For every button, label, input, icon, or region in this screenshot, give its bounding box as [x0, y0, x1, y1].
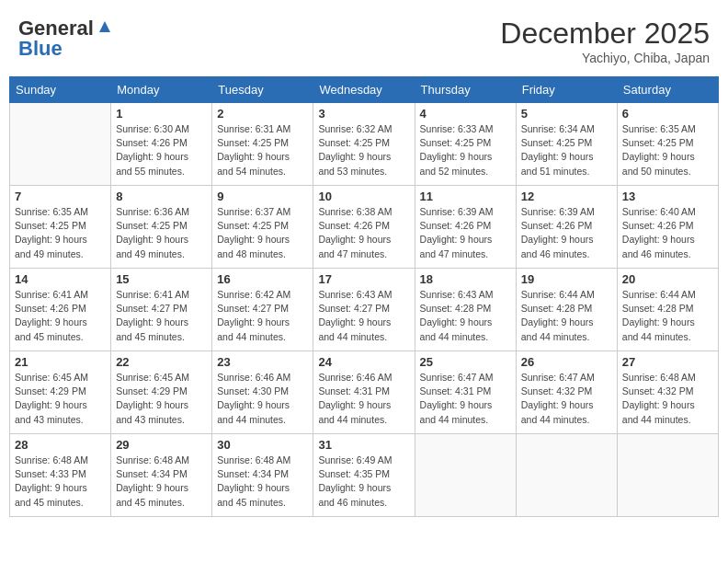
day-info: Sunrise: 6:40 AMSunset: 4:26 PMDaylight:…	[622, 205, 713, 261]
calendar-cell: 2Sunrise: 6:31 AMSunset: 4:25 PMDaylight…	[212, 103, 313, 186]
day-number: 23	[217, 355, 308, 369]
day-info: Sunrise: 6:49 AMSunset: 4:35 PMDaylight:…	[318, 454, 409, 510]
day-number: 8	[116, 190, 207, 203]
day-info: Sunrise: 6:35 AMSunset: 4:25 PMDaylight:…	[622, 122, 713, 178]
calendar-cell: 30Sunrise: 6:48 AMSunset: 4:34 PMDayligh…	[212, 434, 313, 517]
calendar-week-row: 14Sunrise: 6:41 AMSunset: 4:26 PMDayligh…	[10, 269, 719, 351]
calendar-cell: 6Sunrise: 6:35 AMSunset: 4:25 PMDaylight…	[617, 103, 718, 186]
day-info: Sunrise: 6:30 AMSunset: 4:26 PMDaylight:…	[116, 122, 207, 178]
calendar-week-row: 28Sunrise: 6:48 AMSunset: 4:33 PMDayligh…	[10, 434, 719, 517]
day-info: Sunrise: 6:32 AMSunset: 4:25 PMDaylight:…	[318, 122, 409, 178]
calendar-cell: 16Sunrise: 6:42 AMSunset: 4:27 PMDayligh…	[212, 269, 313, 351]
calendar-cell: 10Sunrise: 6:38 AMSunset: 4:26 PMDayligh…	[313, 186, 415, 269]
day-number: 2	[217, 107, 308, 121]
day-number: 19	[521, 272, 612, 286]
calendar-week-row: 1Sunrise: 6:30 AMSunset: 4:26 PMDaylight…	[10, 103, 719, 186]
day-number: 22	[116, 355, 207, 369]
day-info: Sunrise: 6:44 AMSunset: 4:28 PMDaylight:…	[622, 288, 713, 344]
day-number: 15	[116, 272, 207, 286]
month-title: December 2025	[500, 17, 710, 51]
day-info: Sunrise: 6:35 AMSunset: 4:25 PMDaylight:…	[15, 205, 106, 261]
day-number: 7	[15, 190, 106, 203]
day-number: 1	[116, 107, 207, 121]
logo-blue-text: Blue	[18, 37, 63, 61]
day-number: 5	[521, 107, 612, 121]
day-number: 16	[217, 272, 308, 286]
calendar-cell: 13Sunrise: 6:40 AMSunset: 4:26 PMDayligh…	[617, 186, 718, 269]
calendar-cell: 9Sunrise: 6:37 AMSunset: 4:25 PMDaylight…	[212, 186, 313, 269]
location-text: Yachiyo, Chiba, Japan	[500, 51, 710, 65]
calendar-cell: 25Sunrise: 6:47 AMSunset: 4:31 PMDayligh…	[415, 351, 516, 434]
day-number: 25	[420, 355, 511, 369]
day-info: Sunrise: 6:47 AMSunset: 4:32 PMDaylight:…	[521, 371, 612, 427]
day-info: Sunrise: 6:31 AMSunset: 4:25 PMDaylight:…	[217, 122, 308, 178]
day-info: Sunrise: 6:34 AMSunset: 4:25 PMDaylight:…	[521, 122, 612, 178]
day-number: 13	[622, 190, 713, 203]
day-number: 3	[318, 107, 409, 121]
calendar-cell: 20Sunrise: 6:44 AMSunset: 4:28 PMDayligh…	[617, 269, 718, 351]
calendar-cell: 27Sunrise: 6:48 AMSunset: 4:32 PMDayligh…	[617, 351, 718, 434]
day-info: Sunrise: 6:42 AMSunset: 4:27 PMDaylight:…	[217, 288, 308, 344]
day-number: 12	[521, 190, 612, 203]
calendar-week-row: 7Sunrise: 6:35 AMSunset: 4:25 PMDaylight…	[10, 186, 719, 269]
day-info: Sunrise: 6:43 AMSunset: 4:28 PMDaylight:…	[420, 288, 511, 344]
day-info: Sunrise: 6:45 AMSunset: 4:29 PMDaylight:…	[116, 371, 207, 427]
calendar-cell: 24Sunrise: 6:46 AMSunset: 4:31 PMDayligh…	[313, 351, 415, 434]
day-info: Sunrise: 6:48 AMSunset: 4:33 PMDaylight:…	[15, 454, 106, 510]
day-number: 9	[217, 190, 308, 203]
calendar-cell: 1Sunrise: 6:30 AMSunset: 4:26 PMDaylight…	[111, 103, 212, 186]
logo: General Blue	[18, 17, 113, 61]
day-number: 14	[15, 272, 106, 286]
calendar-cell: 8Sunrise: 6:36 AMSunset: 4:25 PMDaylight…	[111, 186, 212, 269]
calendar-header-row: SundayMondayTuesdayWednesdayThursdayFrid…	[10, 77, 719, 103]
calendar-cell: 23Sunrise: 6:46 AMSunset: 4:30 PMDayligh…	[212, 351, 313, 434]
day-header-tuesday: Tuesday	[212, 77, 313, 103]
day-number: 21	[15, 355, 106, 369]
calendar-cell: 15Sunrise: 6:41 AMSunset: 4:27 PMDayligh…	[111, 269, 212, 351]
day-number: 20	[622, 272, 713, 286]
day-info: Sunrise: 6:37 AMSunset: 4:25 PMDaylight:…	[217, 205, 308, 261]
day-header-friday: Friday	[516, 77, 617, 103]
calendar-cell: 3Sunrise: 6:32 AMSunset: 4:25 PMDaylight…	[313, 103, 415, 186]
day-number: 27	[622, 355, 713, 369]
day-number: 6	[622, 107, 713, 121]
day-number: 17	[318, 272, 409, 286]
day-header-wednesday: Wednesday	[313, 77, 415, 103]
day-info: Sunrise: 6:48 AMSunset: 4:32 PMDaylight:…	[622, 371, 713, 427]
title-block: December 2025 Yachiyo, Chiba, Japan	[500, 17, 710, 65]
day-info: Sunrise: 6:39 AMSunset: 4:26 PMDaylight:…	[521, 205, 612, 261]
calendar-cell: 11Sunrise: 6:39 AMSunset: 4:26 PMDayligh…	[415, 186, 516, 269]
day-header-sunday: Sunday	[10, 77, 111, 103]
day-info: Sunrise: 6:48 AMSunset: 4:34 PMDaylight:…	[217, 454, 308, 510]
day-info: Sunrise: 6:33 AMSunset: 4:25 PMDaylight:…	[420, 122, 511, 178]
calendar-cell: 14Sunrise: 6:41 AMSunset: 4:26 PMDayligh…	[10, 269, 111, 351]
calendar-cell	[10, 103, 111, 186]
day-number: 10	[318, 190, 409, 203]
day-info: Sunrise: 6:41 AMSunset: 4:27 PMDaylight:…	[116, 288, 207, 344]
svg-marker-0	[99, 21, 110, 32]
day-number: 24	[318, 355, 409, 369]
day-header-monday: Monday	[111, 77, 212, 103]
day-info: Sunrise: 6:45 AMSunset: 4:29 PMDaylight:…	[15, 371, 106, 427]
day-info: Sunrise: 6:43 AMSunset: 4:27 PMDaylight:…	[318, 288, 409, 344]
page-header: General Blue December 2025 Yachiyo, Chib…	[9, 9, 719, 69]
day-number: 29	[116, 438, 207, 452]
day-info: Sunrise: 6:48 AMSunset: 4:34 PMDaylight:…	[116, 454, 207, 510]
calendar-cell: 7Sunrise: 6:35 AMSunset: 4:25 PMDaylight…	[10, 186, 111, 269]
calendar-cell: 18Sunrise: 6:43 AMSunset: 4:28 PMDayligh…	[415, 269, 516, 351]
day-info: Sunrise: 6:41 AMSunset: 4:26 PMDaylight:…	[15, 288, 106, 344]
day-number: 28	[15, 438, 106, 452]
day-info: Sunrise: 6:36 AMSunset: 4:25 PMDaylight:…	[116, 205, 207, 261]
day-info: Sunrise: 6:46 AMSunset: 4:31 PMDaylight:…	[318, 371, 409, 427]
day-number: 26	[521, 355, 612, 369]
calendar-cell: 17Sunrise: 6:43 AMSunset: 4:27 PMDayligh…	[313, 269, 415, 351]
day-number: 11	[420, 190, 511, 203]
day-number: 30	[217, 438, 308, 452]
calendar-cell: 5Sunrise: 6:34 AMSunset: 4:25 PMDaylight…	[516, 103, 617, 186]
day-info: Sunrise: 6:44 AMSunset: 4:28 PMDaylight:…	[521, 288, 612, 344]
calendar-cell: 19Sunrise: 6:44 AMSunset: 4:28 PMDayligh…	[516, 269, 617, 351]
day-info: Sunrise: 6:47 AMSunset: 4:31 PMDaylight:…	[420, 371, 511, 427]
calendar-week-row: 21Sunrise: 6:45 AMSunset: 4:29 PMDayligh…	[10, 351, 719, 434]
day-number: 31	[318, 438, 409, 452]
calendar-cell: 26Sunrise: 6:47 AMSunset: 4:32 PMDayligh…	[516, 351, 617, 434]
